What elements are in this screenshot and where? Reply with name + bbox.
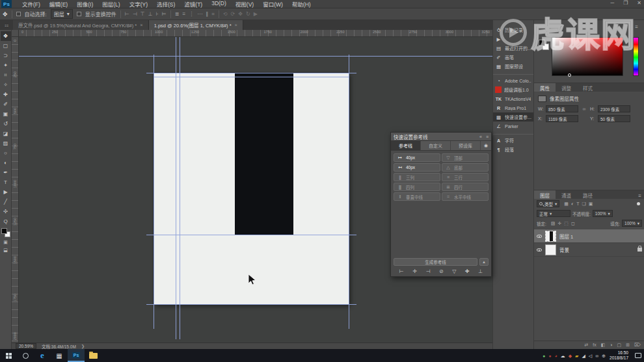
screen-mode-icon[interactable]: ▣ <box>3 240 8 245</box>
close-tab-icon[interactable]: × <box>140 22 142 28</box>
tool-button[interactable]: ✥ <box>1 31 11 41</box>
distribute-icon[interactable]: ⋮ <box>189 11 194 17</box>
menu-item[interactable]: 图层(L) <box>98 0 124 8</box>
guide-preset-button[interactable]: ||| 三列 <box>394 173 440 181</box>
menu-item[interactable]: 编辑(E) <box>46 0 72 8</box>
guide-preset-button[interactable]: ↦ 40px <box>394 153 440 162</box>
tool-button[interactable]: ↺ <box>1 119 11 129</box>
dock-panel-button[interactable]: 超 超级调板1.0 <box>493 85 533 94</box>
guide-action-icon[interactable]: ✚ <box>465 268 470 274</box>
dock-panel-button[interactable]: ▦ 图案预设 <box>493 62 533 71</box>
layer-row[interactable]: 背景 <box>534 243 644 257</box>
layer-filter-dropdown[interactable]: 类型 ▾ <box>537 200 559 207</box>
dock-panel-button[interactable]: ▩ 快速设置参... <box>493 112 533 122</box>
menu-item[interactable]: 帮助(H) <box>288 0 315 8</box>
dock-icon[interactable]: ⚏ <box>0 20 13 30</box>
align-icon[interactable]: ⊤ <box>141 11 145 17</box>
align-icon[interactable]: ⊣ <box>133 11 137 17</box>
guide-preset-button[interactable]: ▽ 顶部 <box>442 153 489 162</box>
distribute-icon[interactable]: ≡ <box>183 11 186 17</box>
panel-menu-icon[interactable]: ≡ <box>638 193 644 199</box>
layers-footer-icon[interactable]: ⌦ <box>634 343 641 348</box>
lock-option-icon[interactable]: ✛ <box>557 221 561 226</box>
close-tab-icon[interactable]: × <box>235 22 237 28</box>
tool-button[interactable]: ✚ <box>1 90 11 99</box>
width-field[interactable]: 850 像素 <box>546 105 578 112</box>
3d-mode-icon[interactable]: ▶ <box>254 11 258 17</box>
close-icon[interactable]: ✕ <box>637 0 641 6</box>
generate-guides-button[interactable]: 生成参考线 <box>394 258 477 266</box>
layers-footer-icon[interactable]: ◧ <box>601 343 606 348</box>
tool-button[interactable]: ✦ <box>1 60 11 70</box>
tool-button[interactable]: ⌗ <box>1 70 11 80</box>
layer-thumbnail[interactable] <box>545 231 556 242</box>
tool-button[interactable]: T <box>1 177 11 187</box>
tool-button[interactable]: ▣ <box>1 109 11 119</box>
layers-footer-icon[interactable]: ⊞ <box>626 343 630 348</box>
dock-panel-button[interactable]: ▶ <box>493 34 533 44</box>
panel-menu-icon[interactable]: ≡ <box>635 24 641 30</box>
tool-button[interactable]: ╱ <box>1 197 11 207</box>
dialog-tab[interactable]: 自定义 <box>421 141 451 150</box>
tray-icon[interactable]: ⊕ <box>602 354 606 358</box>
dialog-title-bar[interactable]: 快速设置参考线 « ≡ <box>391 133 491 141</box>
panel-tab[interactable]: 路径 <box>577 190 598 199</box>
height-field[interactable]: 2309 像素 <box>598 105 630 112</box>
show-transform-checkbox[interactable] <box>77 12 81 16</box>
color-swatches[interactable] <box>1 228 10 237</box>
distribute-icon[interactable]: ∥ <box>206 11 208 17</box>
dock-panel-button[interactable]: ▤ 最近打开的... <box>493 44 533 53</box>
layer-filter-icon[interactable]: ◐ <box>571 201 574 207</box>
photoshop-taskbar-button[interactable]: Ps <box>68 349 85 362</box>
foreground-color-swatch[interactable] <box>1 228 7 234</box>
link-dimensions-icon[interactable]: ∞ <box>580 107 588 111</box>
menu-item[interactable]: 图像(I) <box>73 0 97 8</box>
dialog-tab[interactable]: 参考线 <box>391 141 421 150</box>
guide-preset-button[interactable]: △ 底部 <box>442 163 489 172</box>
fill-field[interactable]: 100% ▾ <box>622 220 642 227</box>
y-field[interactable]: 50 像素 <box>598 115 630 122</box>
menu-item[interactable]: 窗口(W) <box>259 0 287 8</box>
3d-mode-icon[interactable]: ↻ <box>246 11 250 17</box>
hue-slider[interactable] <box>633 37 639 76</box>
ruler-origin[interactable] <box>12 30 19 37</box>
visibility-eye-icon[interactable] <box>537 248 542 252</box>
panel-tab[interactable]: 属性 <box>534 83 556 92</box>
guide-action-icon[interactable]: ⊘ <box>439 268 444 274</box>
layers-footer-icon[interactable]: fx <box>593 343 596 348</box>
distribute-icon[interactable]: ⋯ <box>197 11 202 17</box>
guide-preset-button[interactable]: ↤ 40px <box>394 163 440 172</box>
tray-icon[interactable]: ☁ <box>561 354 565 358</box>
vertical-ruler[interactable]: 025050075010001250150017502000 <box>12 37 19 343</box>
layer-name[interactable]: 图层 1 <box>559 233 573 240</box>
3d-mode-icon[interactable]: ⟲ <box>223 11 228 17</box>
color-picker-cursor[interactable] <box>568 73 571 77</box>
layer-name[interactable]: 背景 <box>559 246 569 253</box>
auto-select-checkbox[interactable] <box>16 12 21 16</box>
guide-action-icon[interactable]: ⊢ <box>399 268 404 274</box>
layer-filter-icon[interactable]: ▦ <box>564 201 569 207</box>
tool-button[interactable]: ▶ <box>1 187 11 197</box>
tool-button[interactable]: ✐ <box>1 99 11 109</box>
tray-icon[interactable]: ◕ <box>554 354 557 358</box>
dock-panel-button[interactable]: ¶ 段落 <box>493 145 533 154</box>
menu-item[interactable]: 视图(V) <box>232 0 258 8</box>
layers-footer-icon[interactable]: ◑ <box>610 343 612 348</box>
blend-mode-dropdown[interactable]: 正常 ▾ <box>537 210 570 217</box>
align-icon[interactable]: ⊨ <box>162 11 167 17</box>
align-icon[interactable]: ⊢ <box>125 11 129 17</box>
layer-filter-icon[interactable]: ❏ <box>582 201 585 207</box>
tool-button[interactable]: ✒ <box>1 168 11 177</box>
panel-tab[interactable]: 调整 <box>556 83 577 92</box>
panel-tab[interactable]: 样式 <box>577 83 598 92</box>
panel-tab[interactable]: 图层 <box>534 190 556 199</box>
guide-preset-button[interactable]: ≡ 三行 <box>442 173 489 181</box>
tray-icon[interactable]: ◢ <box>582 354 585 358</box>
layer-filter-icon[interactable]: ▣ <box>589 201 593 207</box>
guide-action-icon[interactable]: ✛ <box>412 268 417 274</box>
filter-toggle-icon[interactable] <box>637 202 640 205</box>
guide-action-icon[interactable]: ▽ <box>452 268 456 274</box>
lock-option-icon[interactable]: ▨ <box>551 221 556 226</box>
zoom-level-field[interactable]: 20.59% <box>16 343 36 349</box>
black-rectangle-layer[interactable] <box>235 73 293 235</box>
